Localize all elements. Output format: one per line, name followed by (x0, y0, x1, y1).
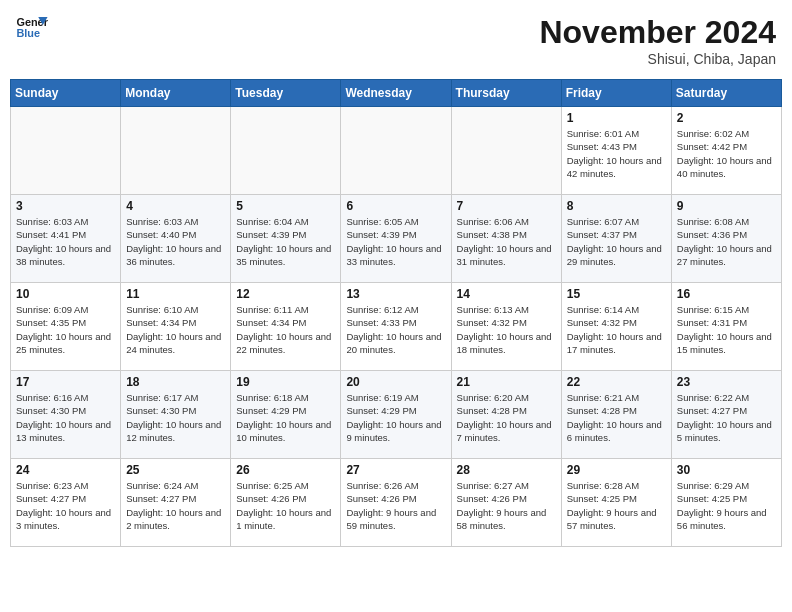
day-info: Sunrise: 6:13 AM Sunset: 4:32 PM Dayligh… (457, 303, 556, 356)
day-info: Sunrise: 6:20 AM Sunset: 4:28 PM Dayligh… (457, 391, 556, 444)
day-info: Sunrise: 6:25 AM Sunset: 4:26 PM Dayligh… (236, 479, 335, 532)
day-info: Sunrise: 6:16 AM Sunset: 4:30 PM Dayligh… (16, 391, 115, 444)
day-number: 30 (677, 463, 776, 477)
calendar-cell: 27Sunrise: 6:26 AM Sunset: 4:26 PM Dayli… (341, 459, 451, 547)
day-number: 29 (567, 463, 666, 477)
day-info: Sunrise: 6:11 AM Sunset: 4:34 PM Dayligh… (236, 303, 335, 356)
day-info: Sunrise: 6:23 AM Sunset: 4:27 PM Dayligh… (16, 479, 115, 532)
calendar-cell: 28Sunrise: 6:27 AM Sunset: 4:26 PM Dayli… (451, 459, 561, 547)
calendar-cell: 18Sunrise: 6:17 AM Sunset: 4:30 PM Dayli… (121, 371, 231, 459)
day-number: 12 (236, 287, 335, 301)
day-info: Sunrise: 6:17 AM Sunset: 4:30 PM Dayligh… (126, 391, 225, 444)
day-info: Sunrise: 6:01 AM Sunset: 4:43 PM Dayligh… (567, 127, 666, 180)
day-number: 23 (677, 375, 776, 389)
calendar-cell: 29Sunrise: 6:28 AM Sunset: 4:25 PM Dayli… (561, 459, 671, 547)
calendar-cell (121, 107, 231, 195)
day-number: 18 (126, 375, 225, 389)
logo: General Blue (16, 14, 48, 42)
day-number: 14 (457, 287, 556, 301)
calendar-week-row: 3Sunrise: 6:03 AM Sunset: 4:41 PM Daylig… (11, 195, 782, 283)
calendar-cell: 3Sunrise: 6:03 AM Sunset: 4:41 PM Daylig… (11, 195, 121, 283)
calendar-cell: 25Sunrise: 6:24 AM Sunset: 4:27 PM Dayli… (121, 459, 231, 547)
calendar-cell: 22Sunrise: 6:21 AM Sunset: 4:28 PM Dayli… (561, 371, 671, 459)
day-info: Sunrise: 6:27 AM Sunset: 4:26 PM Dayligh… (457, 479, 556, 532)
weekday-header: Wednesday (341, 80, 451, 107)
calendar-week-row: 24Sunrise: 6:23 AM Sunset: 4:27 PM Dayli… (11, 459, 782, 547)
day-number: 9 (677, 199, 776, 213)
day-number: 24 (16, 463, 115, 477)
day-number: 5 (236, 199, 335, 213)
day-number: 21 (457, 375, 556, 389)
day-info: Sunrise: 6:04 AM Sunset: 4:39 PM Dayligh… (236, 215, 335, 268)
calendar-cell (11, 107, 121, 195)
calendar-cell: 24Sunrise: 6:23 AM Sunset: 4:27 PM Dayli… (11, 459, 121, 547)
day-info: Sunrise: 6:21 AM Sunset: 4:28 PM Dayligh… (567, 391, 666, 444)
day-number: 1 (567, 111, 666, 125)
day-info: Sunrise: 6:24 AM Sunset: 4:27 PM Dayligh… (126, 479, 225, 532)
weekday-header: Sunday (11, 80, 121, 107)
calendar-cell: 1Sunrise: 6:01 AM Sunset: 4:43 PM Daylig… (561, 107, 671, 195)
day-info: Sunrise: 6:29 AM Sunset: 4:25 PM Dayligh… (677, 479, 776, 532)
calendar-cell: 13Sunrise: 6:12 AM Sunset: 4:33 PM Dayli… (341, 283, 451, 371)
calendar-cell (451, 107, 561, 195)
calendar-week-row: 1Sunrise: 6:01 AM Sunset: 4:43 PM Daylig… (11, 107, 782, 195)
day-number: 16 (677, 287, 776, 301)
day-info: Sunrise: 6:06 AM Sunset: 4:38 PM Dayligh… (457, 215, 556, 268)
day-number: 11 (126, 287, 225, 301)
calendar-cell: 16Sunrise: 6:15 AM Sunset: 4:31 PM Dayli… (671, 283, 781, 371)
day-info: Sunrise: 6:28 AM Sunset: 4:25 PM Dayligh… (567, 479, 666, 532)
day-number: 25 (126, 463, 225, 477)
calendar-cell: 21Sunrise: 6:20 AM Sunset: 4:28 PM Dayli… (451, 371, 561, 459)
calendar-cell: 6Sunrise: 6:05 AM Sunset: 4:39 PM Daylig… (341, 195, 451, 283)
day-info: Sunrise: 6:19 AM Sunset: 4:29 PM Dayligh… (346, 391, 445, 444)
day-number: 22 (567, 375, 666, 389)
weekday-header-row: SundayMondayTuesdayWednesdayThursdayFrid… (11, 80, 782, 107)
day-info: Sunrise: 6:07 AM Sunset: 4:37 PM Dayligh… (567, 215, 666, 268)
day-info: Sunrise: 6:03 AM Sunset: 4:40 PM Dayligh… (126, 215, 225, 268)
logo-icon: General Blue (16, 14, 48, 42)
weekday-header: Saturday (671, 80, 781, 107)
day-info: Sunrise: 6:14 AM Sunset: 4:32 PM Dayligh… (567, 303, 666, 356)
calendar-cell: 12Sunrise: 6:11 AM Sunset: 4:34 PM Dayli… (231, 283, 341, 371)
weekday-header: Thursday (451, 80, 561, 107)
calendar-cell: 7Sunrise: 6:06 AM Sunset: 4:38 PM Daylig… (451, 195, 561, 283)
day-info: Sunrise: 6:12 AM Sunset: 4:33 PM Dayligh… (346, 303, 445, 356)
calendar-cell: 17Sunrise: 6:16 AM Sunset: 4:30 PM Dayli… (11, 371, 121, 459)
day-number: 15 (567, 287, 666, 301)
day-info: Sunrise: 6:09 AM Sunset: 4:35 PM Dayligh… (16, 303, 115, 356)
calendar-cell: 26Sunrise: 6:25 AM Sunset: 4:26 PM Dayli… (231, 459, 341, 547)
calendar-cell: 4Sunrise: 6:03 AM Sunset: 4:40 PM Daylig… (121, 195, 231, 283)
calendar-cell: 14Sunrise: 6:13 AM Sunset: 4:32 PM Dayli… (451, 283, 561, 371)
day-info: Sunrise: 6:15 AM Sunset: 4:31 PM Dayligh… (677, 303, 776, 356)
calendar-cell: 20Sunrise: 6:19 AM Sunset: 4:29 PM Dayli… (341, 371, 451, 459)
month-title: November 2024 (539, 14, 776, 51)
title-block: November 2024 Shisui, Chiba, Japan (539, 14, 776, 67)
calendar-cell: 10Sunrise: 6:09 AM Sunset: 4:35 PM Dayli… (11, 283, 121, 371)
day-number: 7 (457, 199, 556, 213)
calendar-week-row: 17Sunrise: 6:16 AM Sunset: 4:30 PM Dayli… (11, 371, 782, 459)
day-number: 4 (126, 199, 225, 213)
day-info: Sunrise: 6:26 AM Sunset: 4:26 PM Dayligh… (346, 479, 445, 532)
day-number: 19 (236, 375, 335, 389)
calendar-cell: 19Sunrise: 6:18 AM Sunset: 4:29 PM Dayli… (231, 371, 341, 459)
day-info: Sunrise: 6:02 AM Sunset: 4:42 PM Dayligh… (677, 127, 776, 180)
calendar-cell (231, 107, 341, 195)
calendar-cell: 23Sunrise: 6:22 AM Sunset: 4:27 PM Dayli… (671, 371, 781, 459)
day-number: 27 (346, 463, 445, 477)
calendar-cell: 2Sunrise: 6:02 AM Sunset: 4:42 PM Daylig… (671, 107, 781, 195)
day-info: Sunrise: 6:03 AM Sunset: 4:41 PM Dayligh… (16, 215, 115, 268)
location-label: Shisui, Chiba, Japan (539, 51, 776, 67)
calendar-cell: 9Sunrise: 6:08 AM Sunset: 4:36 PM Daylig… (671, 195, 781, 283)
day-number: 28 (457, 463, 556, 477)
calendar-cell: 8Sunrise: 6:07 AM Sunset: 4:37 PM Daylig… (561, 195, 671, 283)
day-number: 20 (346, 375, 445, 389)
day-info: Sunrise: 6:05 AM Sunset: 4:39 PM Dayligh… (346, 215, 445, 268)
svg-text:Blue: Blue (16, 27, 40, 39)
calendar-cell: 15Sunrise: 6:14 AM Sunset: 4:32 PM Dayli… (561, 283, 671, 371)
day-info: Sunrise: 6:18 AM Sunset: 4:29 PM Dayligh… (236, 391, 335, 444)
day-info: Sunrise: 6:10 AM Sunset: 4:34 PM Dayligh… (126, 303, 225, 356)
calendar-table: SundayMondayTuesdayWednesdayThursdayFrid… (10, 79, 782, 547)
weekday-header: Tuesday (231, 80, 341, 107)
day-number: 17 (16, 375, 115, 389)
weekday-header: Friday (561, 80, 671, 107)
